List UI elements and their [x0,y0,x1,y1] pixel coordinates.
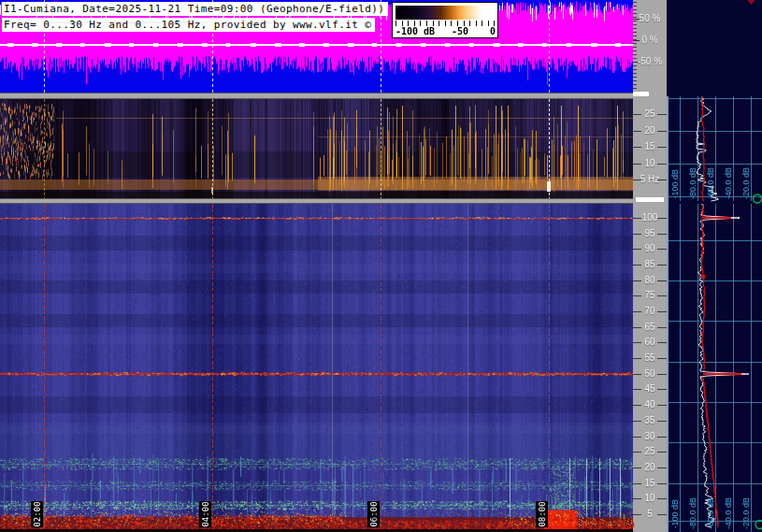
waveform-percent-label: 50 % [633,13,667,23]
spectrum-db-label: -40.0 dB [722,475,734,529]
spectrum-db-label: -40.0 dB [722,145,734,199]
time-label-text: 04:00 [201,501,210,526]
time-label-text: 08:00 [538,501,547,526]
spectrum-db-label-text: -60.0 dB [706,167,715,199]
time-label: 02:00 [31,501,43,527]
waveform-percent-label: 0 % [633,35,667,45]
efield-freq-label: 65 [633,322,667,332]
efield-freq-label: 40 [633,399,667,410]
efield-freq-label: 5 [633,509,667,519]
time-label-text: 06:00 [369,501,379,526]
efield-freq-label: 60 [633,337,667,347]
spectrum-db-label: -20.0 dB [740,145,752,199]
spectrum-db-label-text: -40.0 dB [724,497,733,529]
heart-icon: ♥ [746,0,756,7]
spectrum-db-label-text: -40.0 dB [724,167,733,199]
spectrum-db-label-text: -100 dB [670,169,680,199]
spectrum-db-label: -80.0 dB [686,145,698,199]
geophone-freq-label: 15 [633,141,667,151]
efield-freq-label: 50 [633,368,667,379]
efield-freq-label: 85 [633,259,667,269]
colorbar-gradient [395,6,495,20]
vlf-monitor-window: I1-Cumiana, Date=2025-11-21 Time=09:00 (… [0,0,762,532]
efield-freq-label: 10 [633,493,667,503]
geophone-freq-label: 25 [633,108,667,119]
efield-freq-label: 90 [633,243,667,253]
spectrum-db-label: -80.0 dB [686,475,698,529]
geophone-freq-label: 5 Hz [633,174,667,184]
spectrum-db-label-text: -80.0 dB [688,497,697,529]
efield-freq-label: 25 [633,446,667,456]
spectrum-db-label: -20.0 dB [740,475,752,529]
waveform-percent-label: -50 % [633,56,667,66]
spectrum-db-label-text: -20.0 dB [741,497,751,529]
colorbar-min-label: -100 dB [395,26,435,36]
geophone-freq-label: 10 [633,158,667,168]
time-label: 04:00 [199,501,211,527]
efield-freq-label: 15 [633,478,667,488]
efield-freq-label: 70 [633,306,667,316]
geophone-freq-label: 20 [633,125,667,136]
efield-freq-label: 45 [633,383,667,394]
efield-freq-label: 100 [633,212,667,223]
station-title: I1-Cumiana, Date=2025-11-21 Time=09:00 (… [2,2,388,16]
spectrum-db-label: -60.0 dB [704,145,716,199]
time-label-text: 02:00 [33,501,42,526]
time-label: 08:00 [536,501,548,527]
spectrum-db-label-text: -20.0 dB [741,167,751,199]
efield-freq-label: 95 [633,228,667,238]
spectrum-db-label-text: -60.0 dB [706,497,715,529]
efield-freq-label: 75 [633,290,667,300]
colorbar-mid-label: -50 [452,26,468,36]
spectrum-db-label: -60.0 dB [704,475,716,529]
time-label: 06:00 [367,501,380,527]
efield-freq-label: 30 [633,431,667,441]
colorbar-max-label: 0 [490,26,496,36]
colorbar-labels: -100 dB -50 0 [395,26,496,36]
spectrum-db-label: -100 dB [669,475,681,529]
efield-freq-label: 35 [633,415,667,425]
efield-freq-label: 80 [633,275,667,285]
efield-freq-label: 20 [633,462,667,472]
spectrum-db-label: -100 dB [669,145,681,199]
efield-freq-label: 55 [633,352,667,363]
spectrum-db-label-text: -100 dB [670,499,680,529]
intensity-colorbar: -100 dB -50 0 [392,2,498,38]
frequency-range-subtitle: Freq= 0...30 Hz and 0...105 Hz, provided… [2,18,375,32]
spectrum-db-label-text: -80.0 dB [688,167,697,199]
